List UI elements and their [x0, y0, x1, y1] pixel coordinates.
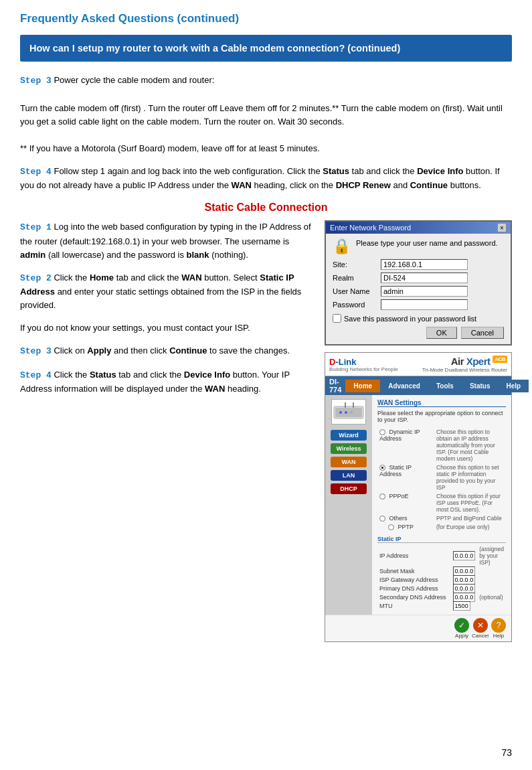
cancel-icon: ✕ — [473, 618, 488, 633]
dialog-titlebar: Enter Network Password × — [326, 222, 511, 234]
static-step3: Step 3 Click on Apply and then click Con… — [20, 344, 314, 358]
sidebar-btn-lan[interactable]: LAN — [331, 470, 367, 481]
step4-body: Step 4 Follow step 1 again and log back … — [20, 165, 512, 192]
static-ip-section: Static IP IP Address 0.0.0.0 (assigned b… — [377, 536, 506, 611]
svg-rect-5 — [345, 402, 346, 408]
step3-heading: Step 3 Power cycle the cable modem and r… — [20, 74, 512, 88]
router-model-nav-bar: DI-774 Home Advanced Tools Status Help — [325, 376, 511, 395]
page-title: Frequently Asked Questions (continued) — [20, 12, 512, 25]
apply-button[interactable]: ✓ Apply — [454, 618, 469, 639]
radio-pppoe[interactable] — [379, 493, 385, 499]
svg-rect-6 — [353, 402, 354, 408]
subnet-field-row: Subnet Mask 0.0.0.0 — [377, 567, 506, 576]
isp-note-text: If you do not know your settings, you mu… — [20, 321, 314, 335]
realm-label: Realm — [333, 274, 381, 282]
mtu-field[interactable]: 1500 — [453, 601, 470, 611]
router-nav: Home Advanced Tools Status Help — [345, 380, 529, 392]
primary-dns-field[interactable]: 0.0.0.0 — [453, 584, 476, 593]
static-step1-body: Log into the web based configuration by … — [20, 222, 311, 259]
router-model: DI-774 — [325, 376, 345, 395]
router-body: Wizard Wireless WAN LAN DHCP WAN Setting… — [325, 395, 511, 614]
svg-point-4 — [350, 411, 353, 414]
apply-icon: ✓ — [454, 618, 469, 633]
pptp-desc: (for Europe use only) — [434, 523, 506, 532]
username-label: User Name — [333, 287, 381, 295]
radio-pptp[interactable] — [388, 524, 394, 530]
ip-field-row: IP Address 0.0.0.0 (assigned by your ISP… — [377, 545, 506, 567]
sidebar-btn-dhcp[interactable]: DHCP — [331, 483, 367, 494]
subnet-mask-field[interactable]: 0.0.0.0 — [453, 566, 476, 576]
page-number: 73 — [501, 747, 512, 758]
sidebar-btn-wizard[interactable]: Wizard — [331, 430, 367, 441]
wan-option-others: Others PPTP and BigPond Cable — [377, 514, 506, 522]
nav-home[interactable]: Home — [345, 380, 380, 392]
save-password-label: Save this password in your password list — [344, 315, 476, 323]
static-step3-label: Step 3 — [20, 346, 52, 356]
gateway-field[interactable]: 0.0.0.0 — [453, 575, 476, 585]
left-content: Step 1 Log into the web based configurat… — [20, 220, 314, 641]
nav-advanced[interactable]: Advanced — [380, 380, 428, 392]
airxpert-logo: Air Xpert ACB Tri-Mode Dualband Wireless… — [422, 356, 507, 373]
sidebar-btn-wan[interactable]: WAN — [331, 457, 367, 467]
radio-others[interactable] — [379, 516, 385, 522]
router-image — [331, 399, 366, 425]
apply-label: Apply — [455, 633, 468, 639]
dialog-prompt: Please type your user name and password. — [356, 239, 498, 247]
help-button[interactable]: ? Help — [491, 618, 506, 639]
dialog-cancel-button[interactable]: Cancel — [461, 327, 504, 339]
save-password-checkbox[interactable] — [333, 314, 341, 323]
static-step1: Step 1 Log into the web based configurat… — [20, 220, 314, 261]
dialog-password-row: Password — [333, 299, 504, 310]
dialog-username-row: User Name admin — [333, 286, 504, 297]
isp-note: If you do not know your settings, you mu… — [20, 321, 314, 335]
primary-dns-field-row: Primary DNS Address 0.0.0.0 — [377, 585, 506, 593]
nav-help[interactable]: Help — [498, 380, 529, 392]
password-label: Password — [333, 301, 381, 309]
router-footer: ✓ Apply ✕ Cancel ? Help — [325, 615, 511, 641]
static-ip-title: Static IP — [377, 536, 506, 543]
sidebar-btn-wireless[interactable]: Wireless — [331, 443, 367, 454]
lock-icon: 🔒 — [333, 239, 351, 254]
radio-static[interactable] — [379, 465, 385, 471]
dialog-ok-button[interactable]: OK — [426, 327, 457, 339]
mtu-field-row: MTU 1500 — [377, 602, 506, 611]
cancel-button[interactable]: ✕ Cancel — [472, 618, 489, 639]
save-password-row: Save this password in your password list — [333, 314, 504, 323]
right-content: Enter Network Password × 🔒 Please type y… — [325, 220, 512, 641]
ip-address-field[interactable]: 0.0.0.0 — [453, 551, 476, 560]
nav-status[interactable]: Status — [462, 380, 499, 392]
two-col-section: Step 1 Log into the web based configurat… — [20, 220, 512, 641]
dialog-realm-row: Realm DI-524 — [333, 273, 504, 283]
static-step4-body: Click the Status tab and click the Devic… — [20, 370, 290, 394]
dlink-logo: D-Link — [329, 357, 356, 367]
step4-block: Step 4 Follow step 1 again and log back … — [20, 165, 512, 192]
wan-option-dynamic: Dynamic IP Address Choose this option to… — [377, 427, 506, 463]
static-step1-label: Step 1 — [20, 222, 52, 232]
static-step2-body: Click the Home tab and click the WAN but… — [20, 273, 301, 310]
dialog-close-button[interactable]: × — [497, 223, 507, 232]
dialog-icon-row: 🔒 Please type your user name and passwor… — [333, 239, 504, 254]
wan-option-pptp: PPTP (for Europe use only) — [377, 523, 506, 532]
secondary-dns-field-row: Secondary DNS Address 0.0.0.0 (optional) — [377, 593, 506, 602]
wan-option-pppoe: PPPoE Choose this option if your ISP use… — [377, 491, 506, 514]
nav-tools[interactable]: Tools — [428, 380, 462, 392]
svg-point-3 — [345, 411, 347, 414]
airxpert-sub: Tri-Mode Dualband Wireless Router — [422, 367, 507, 373]
static-step2-label: Step 2 — [20, 273, 52, 283]
gateway-field-row: ISP Gateway Address 0.0.0.0 — [377, 576, 506, 585]
router-header: D-Link Building Networks for People Air … — [325, 353, 511, 376]
svg-point-2 — [339, 411, 342, 414]
step4-body-text: Follow step 1 again and log back into th… — [20, 166, 500, 190]
static-step4-label: Step 4 — [20, 370, 52, 380]
password-value[interactable] — [381, 299, 468, 310]
static-step4: Step 4 Click the Status tab and click th… — [20, 368, 314, 396]
router-screenshot: D-Link Building Networks for People Air … — [325, 352, 512, 641]
secondary-dns-field[interactable]: 0.0.0.0 — [453, 593, 476, 602]
radio-dynamic[interactable] — [379, 429, 385, 435]
static-step2: Step 2 Click the Home tab and click the … — [20, 271, 314, 312]
site-value: 192.168.0.1 — [381, 259, 468, 270]
ip-fields-table: IP Address 0.0.0.0 (assigned by your ISP… — [377, 545, 506, 611]
step3-body: Turn the cable modem off (first) . Turn … — [20, 102, 512, 129]
dlink-logo-block: D-Link Building Networks for People — [329, 357, 398, 372]
step3-label: Step 3 — [20, 76, 52, 86]
